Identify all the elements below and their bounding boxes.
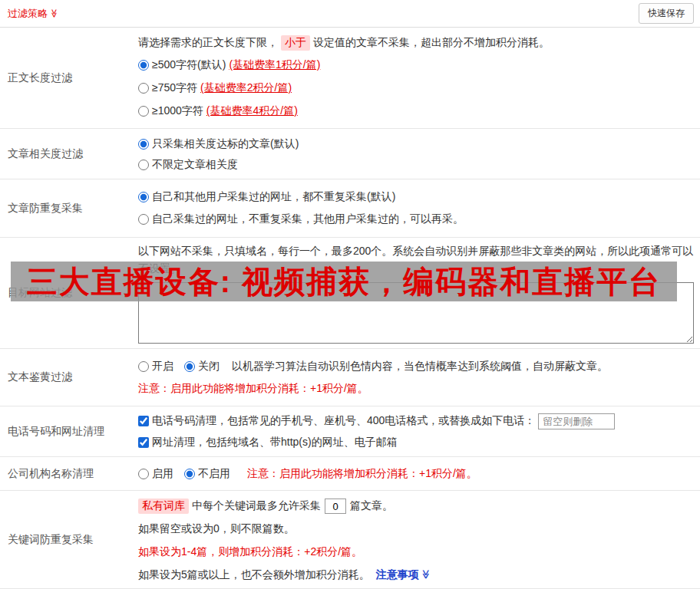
section-label-company: 公司机构名称清理 (0, 457, 132, 490)
length-option-500[interactable]: ≥500字符(默认) (基础费率1积分/篇) (138, 58, 320, 72)
section-phone-url-clean: 电话号码和网址清理 电话号码清理，包括常见的手机号、座机号、400电话格式，或替… (0, 406, 700, 457)
length-intro: 请选择需求的正文长度下限， 小于 设定值的文章不采集，超出部分不增加积分消耗。 (138, 32, 694, 54)
page-title[interactable]: 过滤策略≫ (8, 7, 60, 21)
phone-replace-input[interactable] (538, 413, 615, 429)
url-clean-option[interactable]: 网址清理，包括纯域名、带http(s)的网址、电子邮箱 (138, 436, 398, 449)
option-label: 启用 (152, 467, 173, 481)
phone-clean-checkbox[interactable] (138, 416, 149, 426)
option-label: 不限定文章相关度 (152, 158, 238, 172)
keyword-note-unlimited: 如果留空或设为0，则不限篇数。 (138, 522, 295, 536)
intro-text-post: 设定值的文章不采集，超出部分不增加积分消耗。 (313, 36, 550, 50)
section-label-porn: 文本鉴黄过滤 (0, 349, 132, 406)
section-label-length: 正文长度过滤 (0, 28, 132, 128)
keyword-note-free: 如果设为5篇或以上，也不会额外增加积分消耗。 (138, 568, 370, 582)
keyword-note-cost: 如果设为1-4篇，则增加积分消耗：+2积分/篇。 (138, 545, 362, 559)
dedup-radio-all-users[interactable] (138, 192, 149, 202)
length-option-750[interactable]: ≥750字符 (基础费率2积分/篇) (138, 81, 292, 95)
length-radio-750[interactable] (138, 83, 149, 94)
notes-link[interactable]: 注意事项≫ (376, 568, 432, 582)
length-radio-500[interactable] (138, 60, 149, 71)
option-label: 开启 (152, 360, 173, 373)
relevance-radio-strict[interactable] (138, 139, 149, 150)
company-clean-radio-off[interactable] (184, 469, 195, 479)
option-label: 网址清理，包括纯域名、带http(s)的网址、电子邮箱 (152, 436, 398, 449)
section-label-keyword: 关键词防重复采集 (0, 491, 132, 588)
length-radio-1000[interactable] (138, 106, 149, 117)
keyword-limit-input[interactable] (325, 499, 346, 514)
notes-link-text: 注意事项 (376, 568, 419, 581)
porn-filter-desc: 以机器学习算法自动识别色情内容，当色情概率达到系统阈值，自动屏蔽文章。 (232, 360, 608, 373)
option-fee-note: (基础费率2积分/篇) (200, 81, 292, 95)
company-clean-cost-note: 注意：启用此功能将增加积分消耗：+1积分/篇。 (247, 467, 477, 481)
topbar: 过滤策略≫ 快速保存 (0, 0, 700, 28)
relevance-option-any[interactable]: 不限定文章相关度 (138, 158, 238, 172)
watermark-overlay: 三大直播设备: 视频捕获，编码器和直播平台 (11, 262, 677, 301)
watermark-text: 三大直播设备: 视频捕获，编码器和直播平台 (27, 262, 661, 301)
chevron-down-icon: ≫ (49, 8, 59, 18)
option-label: 不启用 (198, 467, 230, 481)
relevance-option-strict[interactable]: 只采集相关度达标的文章(默认) (138, 137, 299, 151)
option-label: 自己和其他用户采集过的网址，都不重复采集(默认) (152, 190, 395, 204)
porn-option-on[interactable]: 开启 (138, 360, 173, 373)
dedup-option-all-users[interactable]: 自己和其他用户采集过的网址，都不重复采集(默认) (138, 190, 395, 204)
phone-clean-option[interactable]: 电话号码清理，包括常见的手机号、座机号、400电话格式，或替换成如下电话： (138, 414, 535, 428)
option-label: 只采集相关度达标的文章(默认) (152, 137, 299, 151)
option-label: ≥750字符 (152, 81, 197, 95)
relevance-radio-any[interactable] (138, 160, 149, 170)
option-label: 自己采集过的网址，不重复采集，其他用户采集过的，可以再采。 (152, 212, 464, 226)
section-company-clean: 公司机构名称清理 启用 不启用 注意：启用此功能将增加积分消耗：+1积分/篇。 (0, 457, 700, 491)
porn-option-off[interactable]: 关闭 (184, 360, 220, 373)
intro-highlight: 小于 (281, 35, 310, 51)
chevron-down-icon: ≫ (421, 570, 431, 579)
option-fee-note: (基础费率4积分/篇) (206, 104, 298, 118)
intro-text-pre: 请选择需求的正文长度下限， (138, 36, 278, 50)
option-fee-note: (基础费率1积分/篇) (229, 58, 320, 72)
section-keyword-dedup: 关键词防重复采集 私有词库 中每个关键词最多允许采集 篇文章。 如果留空或设为0… (0, 491, 700, 589)
company-clean-option-on[interactable]: 启用 (138, 467, 173, 481)
section-length-filter: 正文长度过滤 请选择需求的正文长度下限， 小于 设定值的文章不采集，超出部分不增… (0, 28, 700, 129)
keyword-limit-text: 中每个关键词最多允许采集 (192, 499, 321, 513)
url-clean-checkbox[interactable] (138, 437, 149, 448)
company-clean-radio-on[interactable] (138, 469, 149, 479)
option-label: 关闭 (198, 360, 220, 373)
porn-radio-off[interactable] (184, 361, 195, 372)
section-dedup-filter: 文章防重复采集 自己和其他用户采集过的网址，都不重复采集(默认) 自己采集过的网… (0, 179, 700, 238)
length-option-1000[interactable]: ≥1000字符 (基础费率4积分/篇) (138, 104, 298, 118)
section-relevance-filter: 文章相关度过滤 只采集相关度达标的文章(默认) 不限定文章相关度 (0, 129, 700, 179)
quick-save-button[interactable]: 快速保存 (639, 3, 694, 24)
option-label: ≥500字符(默认) (152, 58, 226, 72)
section-label-phone-url: 电话号码和网址清理 (0, 406, 132, 456)
keyword-limit-unit: 篇文章。 (350, 499, 393, 513)
section-label-dedup: 文章防重复采集 (0, 179, 132, 237)
page-title-text: 过滤策略 (8, 8, 48, 19)
dedup-option-self-only[interactable]: 自己采集过的网址，不重复采集，其他用户采集过的，可以再采。 (138, 212, 464, 226)
private-lexicon-highlight: 私有词库 (138, 499, 189, 514)
porn-filter-cost-note: 注意：启用此功能将增加积分消耗：+1积分/篇。 (138, 382, 368, 396)
company-clean-option-off[interactable]: 不启用 (184, 467, 230, 481)
section-porn-filter: 文本鉴黄过滤 开启 关闭 以机器学习算法自动识别色情内容，当色情概率达到系统阈值… (0, 349, 700, 406)
option-label: 电话号码清理，包括常见的手机号、座机号、400电话格式，或替换成如下电话： (152, 414, 535, 428)
section-label-relevance: 文章相关度过滤 (0, 129, 132, 179)
option-label: ≥1000字符 (152, 104, 203, 118)
porn-radio-on[interactable] (138, 361, 149, 372)
dedup-radio-self-only[interactable] (138, 214, 149, 225)
